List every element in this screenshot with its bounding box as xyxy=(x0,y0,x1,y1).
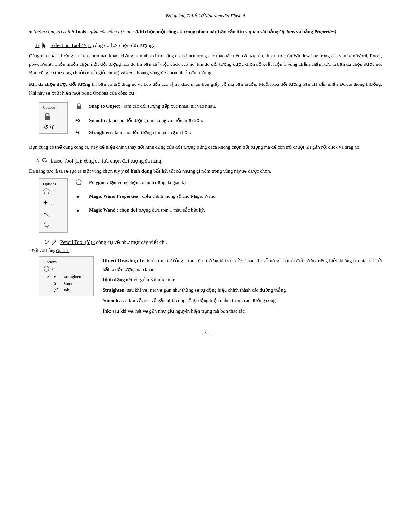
svg-text:✦: ✦ xyxy=(43,199,48,206)
lasso-option-polygon: Polygon : tạo vùng chọn có hình dạng đa … xyxy=(75,178,382,188)
option-smooth-text: Smooth : làm cho đối tượng nhìn cong và … xyxy=(89,116,203,125)
tool2-heading: 2/ Lasso Tool (L): công cụ lựa chọn đối … xyxy=(35,157,382,164)
lasso-options-label: Options xyxy=(43,181,64,186)
magic-wand-props-icon-svg: ✦ … xyxy=(43,199,56,206)
page-number: - 6 - xyxy=(202,330,210,335)
object-drawing-icon xyxy=(44,266,49,272)
dinh-dang-net-desc: Định dạng nét vẽ gồm 3 thuộc tính: xyxy=(103,276,382,284)
svg-text:…: … xyxy=(49,201,54,206)
pencil-descriptions: Object Drawing (J): thuộc tính tự động G… xyxy=(103,256,382,317)
lasso-shape-svg xyxy=(43,221,50,228)
pencil-options-note: ◦ Đối với bảng Options: xyxy=(29,248,382,253)
svg-rect-2 xyxy=(77,106,81,109)
tool1-num: 1/ xyxy=(35,43,39,48)
ink-label: Ink xyxy=(61,287,84,293)
option-smooth: +S Smooth : làm cho đối tượng nhìn cong … xyxy=(75,116,382,125)
smooth-desc: Smooth: sau khi vẽ, nét vẽ gần như cong … xyxy=(103,296,382,305)
selection-tool-icon xyxy=(41,42,48,49)
lasso-polygon-icon xyxy=(43,188,64,196)
smooth-sym: S xyxy=(54,281,60,286)
ink-sym: 🖊 xyxy=(54,287,60,293)
option-straighten-text: Straighten : làm cho đối tượng nhìn góc … xyxy=(89,128,191,136)
straighten-desc: Straighten: sau khi vẽ, nét vẽ gần như t… xyxy=(103,286,382,294)
lasso-panel: Options ✦ … ✦ xyxy=(39,178,68,233)
pencil-options-title: Options xyxy=(44,259,89,265)
pencil-mode-ink: 🖊 Ink xyxy=(47,287,84,293)
ink-desc: Ink: sau khi vẽ, nét vẽ gần như giữ nguy… xyxy=(103,307,382,315)
magic-wand-props-opt-icon: ✦ xyxy=(75,192,86,202)
selection-options-panel: Options +S +( xyxy=(39,102,68,134)
tool2-name: Lasso Tool (L): công cụ lựa chọn đối tượ… xyxy=(50,158,162,164)
tool3-num: 3/ xyxy=(45,239,49,245)
tool1-body1: Cũng như bất kì công cụ lựa chọn nào khá… xyxy=(29,52,382,77)
page-header: Bài giảng Thiết kế Macromedia Flash 8 xyxy=(29,13,382,19)
tool1-heading: 1/ Selection Tool (V) : công cụ lựa chọn… xyxy=(35,42,382,49)
lasso-magic-wand-props-text: Magic Wand Properties : điều chỉnh thông… xyxy=(89,192,216,200)
lasso-options-box: Options ✦ … ✦ xyxy=(39,178,382,233)
pencil-options-area: Options ⌐ ✓ ⌐ Straighten S Smooth xyxy=(39,256,382,317)
polygon-icon-svg xyxy=(43,188,50,195)
straighten-label: Straighten xyxy=(61,274,84,280)
lasso-options-list: Polygon : tạo vùng chọn có hình dạng đa … xyxy=(75,178,382,217)
pencil-modes-table: ✓ ⌐ Straighten S Smooth 🖊 Ink xyxy=(46,273,85,294)
lasso-shape-icon xyxy=(43,221,64,230)
smooth-option-icon: +S xyxy=(75,116,86,124)
page-footer: - 6 - xyxy=(29,330,382,336)
lasso-tool-icon xyxy=(41,157,48,164)
svg-rect-1 xyxy=(45,116,50,120)
object-drawing-desc: Object Drawing (J): thuộc tính tự động G… xyxy=(103,256,382,274)
snap-icon xyxy=(43,112,52,121)
tool2-num: 2/ xyxy=(35,158,39,164)
options-underline: Options xyxy=(56,248,69,253)
tool1-name: Selection Tool (V) : công cụ lựa chọn đố… xyxy=(50,42,154,48)
options-label: Options xyxy=(43,105,64,110)
svg-text:✦: ✦ xyxy=(43,211,47,216)
selection-options-box: Options +S +( Snap to Object : làm các đ… xyxy=(39,102,382,138)
tool1-after-options: Bạn cũng có thể dùng công cụ này để hiệu… xyxy=(29,143,382,151)
tool3-heading: 3/ Pencil Tool (Y) : công cụ vẽ như một … xyxy=(45,238,382,246)
lasso-magic-wand-props-icon: ✦ … xyxy=(43,199,64,208)
polygon-opt-icon xyxy=(75,178,86,188)
straighten-check: ✓ xyxy=(47,274,53,280)
pencil-panel: Options ⌐ ✓ ⌐ Straighten S Smooth xyxy=(39,256,94,296)
svg-marker-0 xyxy=(43,42,46,48)
lasso-option-magic-wand-props: ✦ Magic Wand Properties : điều chỉnh thô… xyxy=(75,192,382,202)
snap-option-icon xyxy=(75,102,86,113)
pencil-options-left: Options ⌐ ✓ ⌐ Straighten S Smooth xyxy=(39,256,94,296)
magic-wand-icon-svg: ✦ xyxy=(43,210,50,217)
smooth-label: Smooth xyxy=(61,281,84,286)
pencil-mode-icon1: ⌐ xyxy=(52,266,55,272)
option-snap: Snap to Object : làm các đối tượng tiếp … xyxy=(75,102,382,113)
option-snap-text: Snap to Object : làm các đối tượng tiếp … xyxy=(89,102,216,110)
straighten-option-icon: +( xyxy=(75,128,86,136)
tool1-body2: Khi đã chọn được đối tượng thì bạn có th… xyxy=(29,80,382,97)
snap-small-icon xyxy=(75,103,83,110)
header-title: Bài giảng Thiết kế Macromedia Flash 8 xyxy=(166,13,245,18)
pencil-tool-icon xyxy=(51,238,58,246)
pencil-mode-smooth: S Smooth xyxy=(47,281,84,286)
lasso-option-magic-wand: ✦ Magic Wand : chọn đối tượng dựa trên 1… xyxy=(75,206,382,216)
pencil-mode-straighten: ✓ ⌐ Straighten xyxy=(47,274,84,280)
tool2-body1: Đa năng tức là ta sẽ tạo ra một vùng chọ… xyxy=(29,167,382,175)
svg-line-7 xyxy=(46,214,49,217)
lasso-polygon-text: Polygon : tạo vùng chọn có hình dạng đa … xyxy=(89,178,186,186)
selection-options-list: Snap to Object : làm các đối tượng tiếp … xyxy=(75,102,382,138)
intro-paragraph: ● Nhóm công cụ chính Tools , gồm các côn… xyxy=(29,28,382,36)
lasso-magic-wand-icon: ✦ xyxy=(43,210,64,219)
tool3-name: Pencil Tool (Y) : công cụ vẽ như một cây… xyxy=(60,239,167,245)
straighten-sym: ⌐ xyxy=(54,274,60,280)
option-straighten: +( Straighten : làm cho đối tượng nhìn g… xyxy=(75,128,382,136)
polygon-sm-icon xyxy=(75,179,82,185)
svg-line-10 xyxy=(55,240,56,241)
lasso-magic-wand-text: Magic Wand : chọn đối tượng dựa trên 1 m… xyxy=(89,206,205,214)
magic-wand-opt-icon: ✦ xyxy=(75,206,86,216)
